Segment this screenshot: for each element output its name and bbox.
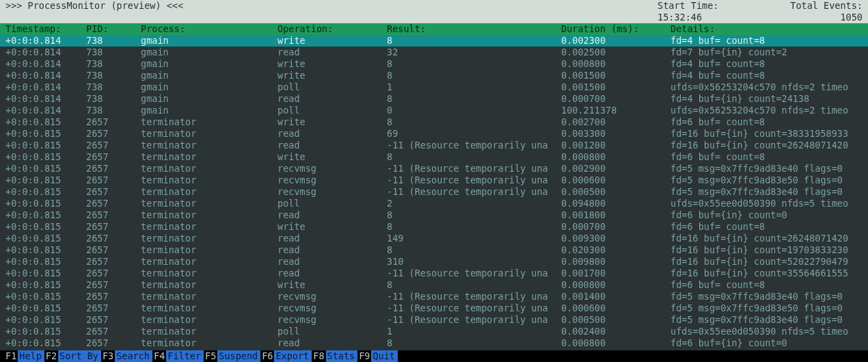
cell-duration: 0.002700 <box>561 116 670 128</box>
col-process[interactable]: Process: <box>141 23 277 35</box>
cell-details: fd=5 msg=0x7ffc9ad83e40 flags=0 <box>670 186 863 198</box>
cell-timestamp: +0:0:0.815 <box>5 221 86 233</box>
cell-operation: write <box>277 221 387 233</box>
cell-duration: 0.000700 <box>561 93 670 105</box>
table-row[interactable]: +0:0:0.8152657terminatorread80.020300fd=… <box>0 244 868 256</box>
function-key-bar: F1HelpF2Sort ByF3SearchF4FilterF5Suspend… <box>0 350 868 362</box>
cell-operation: recvmsg <box>277 291 387 302</box>
cell-process: terminator <box>141 209 277 221</box>
table-row[interactable]: +0:0:0.8152657terminatorrecvmsg-11 (Reso… <box>0 163 868 174</box>
table-row[interactable]: +0:0:0.8152657terminatorwrite80.000800fd… <box>0 151 868 163</box>
cell-process: terminator <box>141 116 277 128</box>
col-pid[interactable]: PID: <box>86 23 141 35</box>
fn-suspend[interactable]: F5Suspend <box>205 350 260 362</box>
table-row[interactable]: +0:0:0.814738gmainwrite80.002300fd=4 buf… <box>0 35 868 47</box>
table-row[interactable]: +0:0:0.8152657terminatorread-11 (Resourc… <box>0 268 868 279</box>
cell-details: ufds=0x56253204c570 nfds=2 timeo <box>670 81 863 93</box>
table-row[interactable]: +0:0:0.8152657terminatorrecvmsg-11 (Reso… <box>0 174 868 186</box>
cell-duration: 0.020300 <box>561 244 670 256</box>
cell-result: 8 <box>387 93 561 105</box>
table-row[interactable]: +0:0:0.8152657terminatorwrite80.000700fd… <box>0 221 868 233</box>
cell-operation: poll <box>277 198 387 209</box>
cell-timestamp: +0:0:0.815 <box>5 326 86 337</box>
cell-process: terminator <box>141 198 277 209</box>
cell-operation: recvmsg <box>277 174 387 186</box>
cell-pid: 2657 <box>86 233 141 244</box>
cell-process: terminator <box>141 302 277 314</box>
cell-operation: read <box>277 244 387 256</box>
cell-timestamp: +0:0:0.815 <box>5 337 86 349</box>
table-row[interactable]: +0:0:0.8152657terminatorread-11 (Resourc… <box>0 140 868 151</box>
cell-process: gmain <box>141 47 277 58</box>
table-row[interactable]: +0:0:0.8152657terminatorread3100.009800f… <box>0 256 868 268</box>
table-row[interactable]: +0:0:0.8152657terminatorpoll10.002400ufd… <box>0 326 868 337</box>
fn-filter[interactable]: F4Filter <box>154 350 204 362</box>
cell-duration: 0.001400 <box>561 291 670 302</box>
table-row[interactable]: +0:0:0.8152657terminatorrecvmsg-11 (Reso… <box>0 314 868 326</box>
col-details[interactable]: Details: <box>670 23 863 35</box>
fn-stats[interactable]: F8Stats <box>313 350 357 362</box>
cell-result: 8 <box>387 221 561 233</box>
table-row[interactable]: +0:0:0.814738gmainread320.002500fd=7 buf… <box>0 47 868 58</box>
cell-duration: 0.000800 <box>561 279 670 291</box>
cell-timestamp: +0:0:0.815 <box>5 151 86 163</box>
table-row[interactable]: +0:0:0.814738gmainwrite80.000800fd=4 buf… <box>0 58 868 70</box>
table-row[interactable]: +0:0:0.8152657terminatorpoll20.094800ufd… <box>0 198 868 209</box>
table-row[interactable]: +0:0:0.814738gmainwrite80.001500fd=4 buf… <box>0 70 868 81</box>
fn-help[interactable]: F1Help <box>5 350 44 362</box>
fn-export[interactable]: F6Export <box>262 350 312 362</box>
col-operation[interactable]: Operation: <box>277 23 387 35</box>
col-duration[interactable]: Duration (ms): <box>561 23 670 35</box>
table-row[interactable]: +0:0:0.8152657terminatorwrite80.000800fd… <box>0 279 868 291</box>
cell-pid: 2657 <box>86 314 141 326</box>
cell-operation: read <box>277 93 387 105</box>
col-timestamp[interactable]: Timestamp: <box>5 23 86 35</box>
table-row[interactable]: +0:0:0.8152657terminatorread80.001800fd=… <box>0 209 868 221</box>
cell-details: fd=5 msg=0x7ffc9ad83e50 flags=0 <box>670 302 863 314</box>
cell-details: fd=5 msg=0x7ffc9ad83e40 flags=0 <box>670 163 863 174</box>
cell-process: gmain <box>141 81 277 93</box>
cell-pid: 2657 <box>86 256 141 268</box>
table-row[interactable]: +0:0:0.814738gmainpoll0100.211378ufds=0x… <box>0 105 868 116</box>
cell-result: -11 (Resource temporarily una <box>387 140 561 151</box>
cell-pid: 2657 <box>86 140 141 151</box>
event-list[interactable]: +0:0:0.814738gmainwrite80.002300fd=4 buf… <box>0 35 868 349</box>
cell-timestamp: +0:0:0.815 <box>5 186 86 198</box>
table-row[interactable]: +0:0:0.8152657terminatorread1490.009300f… <box>0 233 868 244</box>
table-row[interactable]: +0:0:0.8152657terminatorwrite80.002700fd… <box>0 116 868 128</box>
cell-details: fd=6 buf={in} count=0 <box>670 209 863 221</box>
fn-search[interactable]: F3Search <box>103 350 152 362</box>
cell-pid: 738 <box>86 58 141 70</box>
cell-timestamp: +0:0:0.814 <box>5 47 86 58</box>
column-header-row: Timestamp: PID: Process: Operation: Resu… <box>0 23 868 35</box>
cell-pid: 2657 <box>86 116 141 128</box>
cell-process: gmain <box>141 70 277 81</box>
table-row[interactable]: +0:0:0.8152657terminatorrecvmsg-11 (Reso… <box>0 302 868 314</box>
table-row[interactable]: +0:0:0.8152657terminatorrecvmsg-11 (Reso… <box>0 186 868 198</box>
table-row[interactable]: +0:0:0.8152657terminatorread690.003300fd… <box>0 128 868 140</box>
cell-operation: write <box>277 116 387 128</box>
fn-action-label: Suspend <box>217 350 260 362</box>
cell-details: fd=7 buf={in} count=2 <box>670 47 863 58</box>
start-time-value: 15:32:46 <box>657 12 781 23</box>
cell-process: terminator <box>141 151 277 163</box>
fn-sort-by[interactable]: F2Sort By <box>46 350 101 362</box>
table-row[interactable]: +0:0:0.8152657terminatorrecvmsg-11 (Reso… <box>0 291 868 302</box>
col-result[interactable]: Result: <box>387 23 561 35</box>
cell-result: 0 <box>387 105 561 116</box>
table-row[interactable]: +0:0:0.8152657terminatorread80.000800fd=… <box>0 337 868 349</box>
cell-details: fd=6 buf= count=8 <box>670 221 863 233</box>
fn-quit[interactable]: F9Quit <box>359 350 398 362</box>
table-row[interactable]: +0:0:0.814738gmainpoll10.001500ufds=0x56… <box>0 81 868 93</box>
fn-key-label: F2 <box>46 350 57 362</box>
cell-duration: 0.001800 <box>561 209 670 221</box>
cell-timestamp: +0:0:0.815 <box>5 174 86 186</box>
table-row[interactable]: +0:0:0.814738gmainread80.000700fd=4 buf=… <box>0 93 868 105</box>
cell-process: gmain <box>141 35 277 47</box>
cell-process: terminator <box>141 337 277 349</box>
cell-timestamp: +0:0:0.815 <box>5 244 86 256</box>
cell-timestamp: +0:0:0.815 <box>5 140 86 151</box>
cell-details: fd=6 buf= count=8 <box>670 279 863 291</box>
cell-pid: 738 <box>86 70 141 81</box>
cell-operation: read <box>277 47 387 58</box>
